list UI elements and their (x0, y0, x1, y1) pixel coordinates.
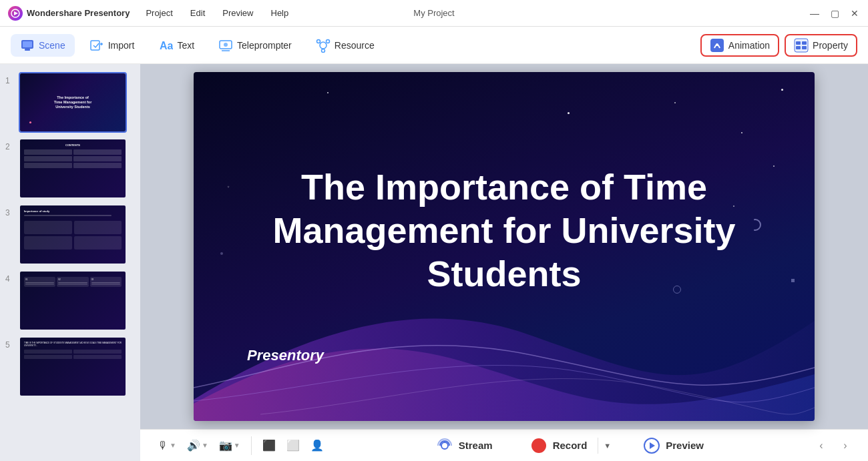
resource-icon (316, 38, 331, 53)
resource-button[interactable]: Resource (306, 34, 384, 57)
slide-number-5: 5 (5, 336, 15, 350)
svg-marker-1 (14, 11, 18, 15)
slide3-title: Importance of study (24, 209, 122, 213)
app-name: Wondershare Presentory (27, 8, 130, 18)
svg-rect-5 (91, 41, 99, 50)
camera-button[interactable]: 📷 ▼ (215, 436, 244, 454)
svg-point-12 (320, 42, 327, 49)
svg-rect-19 (796, 41, 801, 45)
animation-label: Animation (728, 40, 770, 51)
slide1-thumb-title: The Importance ofTime Management forUniv… (54, 95, 92, 109)
slide-main-title: The Importance of Time Management for Un… (247, 165, 761, 295)
preview-icon (643, 437, 660, 454)
menu-bar: Project Edit Preview Help (143, 7, 291, 19)
main-layout: 1 The Importance ofTime Management forUn… (0, 64, 868, 461)
slide-item-4[interactable]: 4 01 02 03 (0, 268, 140, 334)
menu-project[interactable]: Project (143, 7, 175, 19)
import-button[interactable]: Import (80, 34, 144, 57)
svg-point-15 (321, 49, 324, 52)
property-label: Property (813, 40, 848, 51)
canvas-area: The Importance of Time Management for Un… (140, 64, 868, 461)
logo-icon (8, 6, 23, 21)
slide-number-2: 2 (5, 138, 15, 151)
slide5-title: TIME IS THE IMPORTANCE OF STUDENTS' MANA… (24, 342, 122, 347)
svg-point-17 (716, 43, 718, 46)
preview-label: Preview (666, 440, 704, 451)
svg-point-13 (316, 39, 320, 43)
speaker-dropdown-arrow: ▼ (202, 442, 208, 449)
stream-label: Stream (459, 440, 493, 451)
svg-point-14 (326, 39, 329, 43)
slide-thumb-5[interactable]: TIME IS THE IMPORTANCE OF STUDENTS' MANA… (19, 336, 127, 397)
bottom-center-actions: Stream Record ▼ (425, 433, 714, 458)
screen-button[interactable]: ⬛ (258, 436, 280, 454)
record-dropdown-button[interactable]: ▼ (598, 438, 616, 454)
teleprompter-button[interactable]: Teleprompter (209, 34, 301, 57)
property-button[interactable]: Property (785, 34, 857, 57)
text-icon: Aa (158, 38, 173, 53)
slide-item-5[interactable]: 5 TIME IS THE IMPORTANCE OF STUDENTS' MA… (0, 334, 140, 400)
bottom-tools: 🎙 ▼ 🔊 ▼ 📷 ▼ ⬛ ⬜ 👤 (154, 436, 328, 455)
record-icon (530, 437, 548, 454)
project-title: My Project (413, 8, 454, 18)
slide-subtitle: Presentory (247, 347, 324, 364)
scene-button[interactable]: Scene (11, 34, 75, 57)
svg-rect-4 (23, 41, 32, 47)
minimize-button[interactable]: — (809, 8, 820, 19)
next-button[interactable]: › (836, 436, 855, 455)
scene-label: Scene (39, 40, 65, 51)
svg-rect-20 (802, 41, 807, 45)
slide-thumb-2[interactable]: CONTENTS (19, 138, 127, 199)
slide-panel: 1 The Importance ofTime Management forUn… (0, 64, 140, 461)
record-dropdown-icon: ▼ (604, 442, 611, 450)
avatar-icon: 👤 (310, 439, 324, 452)
import-icon (89, 38, 104, 53)
app-logo: Wondershare Presentory (8, 6, 130, 21)
menu-edit[interactable]: Edit (188, 7, 208, 19)
camera-icon: 📷 (219, 439, 232, 452)
scene-icon (20, 38, 35, 53)
animation-button[interactable]: Animation (700, 34, 779, 57)
animation-icon (710, 38, 724, 53)
svg-point-23 (441, 442, 448, 449)
mic-dropdown-arrow: ▼ (170, 442, 176, 449)
svg-rect-18 (795, 39, 808, 52)
slide2-header: CONTENTS (24, 143, 122, 147)
slide-thumb-3[interactable]: Importance of study (19, 204, 127, 265)
avatar-button[interactable]: 👤 (306, 436, 328, 454)
preview-button[interactable]: Preview (632, 433, 714, 458)
slide-number-3: 3 (5, 204, 15, 217)
slide-item-1[interactable]: 1 The Importance ofTime Management forUn… (0, 69, 140, 135)
slide-item-2[interactable]: 2 CONTENTS (0, 135, 140, 201)
slide-thumb-4[interactable]: 01 02 03 (19, 270, 127, 331)
stream-button[interactable]: Stream (425, 433, 503, 458)
microphone-button[interactable]: 🎙 ▼ (154, 437, 180, 454)
pip-button[interactable]: ⬜ (282, 436, 304, 454)
camera-dropdown-arrow: ▼ (234, 442, 240, 449)
menu-help[interactable]: Help (268, 7, 292, 19)
svg-rect-22 (802, 46, 807, 49)
titlebar: Wondershare Presentory Project Edit Prev… (0, 0, 868, 27)
window-controls: — ▢ ✕ (809, 8, 860, 19)
property-icon (794, 38, 809, 53)
slide-item-3[interactable]: 3 Importance of study (0, 201, 140, 268)
separator-1 (251, 436, 252, 455)
slide-number-1: 1 (5, 72, 15, 85)
slide2-grid (24, 149, 122, 168)
record-group: Record ▼ (519, 433, 617, 458)
svg-text:Aa: Aa (160, 40, 173, 51)
slide-canvas: The Importance of Time Management for Un… (194, 72, 815, 421)
slide-number-4: 4 (5, 270, 15, 284)
slide1-dot (29, 121, 31, 123)
menu-preview[interactable]: Preview (220, 7, 256, 19)
teleprompter-label: Teleprompter (237, 40, 292, 51)
maximize-button[interactable]: ▢ (829, 8, 840, 19)
text-button[interactable]: Aa Text (149, 34, 204, 57)
speaker-button[interactable]: 🔊 ▼ (183, 436, 212, 454)
svg-rect-21 (796, 46, 801, 49)
pip-icon: ⬜ (286, 439, 300, 452)
record-button[interactable]: Record (519, 433, 598, 458)
slide-thumb-1[interactable]: The Importance ofTime Management forUniv… (19, 72, 127, 133)
prev-button[interactable]: ‹ (812, 436, 831, 455)
close-button[interactable]: ✕ (849, 8, 860, 19)
